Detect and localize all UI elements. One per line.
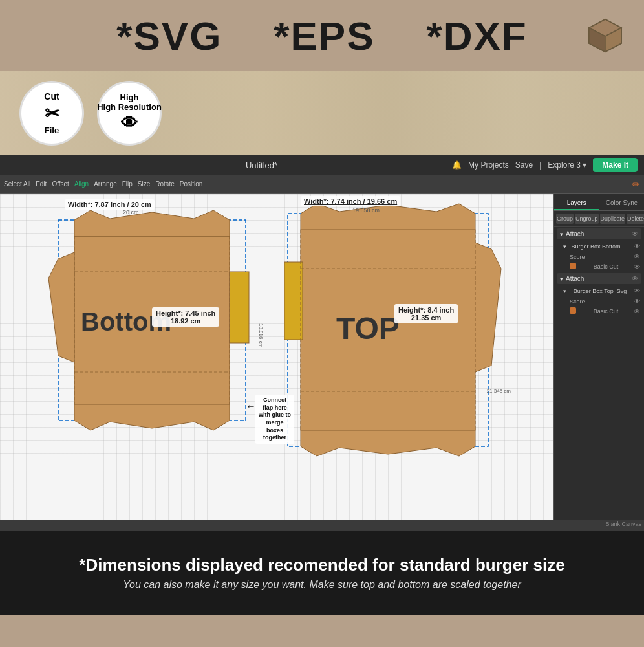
cut-label-top: Cut [44, 91, 59, 102]
cut-file-badge: Cut ✂ File [19, 81, 84, 146]
bottom-box-container: Width*: 7.87 inch / 20 cm 20 cm Bottom H… [39, 207, 265, 453]
attach-1: ▾ Attach 👁 [557, 228, 641, 239]
score-1-label: Score [570, 254, 585, 260]
arrange-tool[interactable]: Arrange [94, 181, 117, 188]
save-label[interactable]: Save [515, 160, 533, 170]
position-tool[interactable]: Position [180, 181, 203, 188]
separator: | [539, 160, 541, 170]
visibility-icon-6[interactable]: 👁 [634, 287, 640, 294]
burger-box-top-item: ▾ Burger Box Top .Svg 👁 [554, 285, 644, 296]
canvas-area[interactable]: Width*: 7.87 inch / 20 cm 20 cm Bottom H… [0, 194, 553, 520]
attach-2-label: Attach [566, 275, 584, 282]
my-projects-label[interactable]: My Projects [468, 160, 509, 170]
panel-tabs: Layers Color Sync [554, 197, 644, 211]
chevron-right-icon-2: ▾ [563, 288, 566, 294]
canvas-with-panel: Width*: 7.87 inch / 20 cm 20 cm Bottom H… [0, 194, 644, 520]
eye-icon: 👁 [121, 113, 138, 133]
top-box-container: Width*: 7.74 inch / 19.66 cm 19.658 cm T… [281, 197, 514, 463]
color-dot-2 [570, 307, 578, 315]
burger-box-top-label: Burger Box Top .Svg [574, 288, 627, 294]
layers-tab[interactable]: Layers [554, 197, 599, 210]
explore-label[interactable]: Explore 3 ▾ [548, 160, 586, 170]
bottom-banner: *Dimensions displayed recomended for sta… [0, 531, 644, 615]
group-btn[interactable]: Group [556, 214, 574, 224]
color-sync-tab[interactable]: Color Sync [599, 197, 645, 210]
offset-tool[interactable]: Offset [52, 181, 69, 188]
bottom-height-label: Height*: 7.45 inch 18.92 cm [152, 307, 219, 327]
svg-rect-13 [284, 262, 303, 340]
chevron-down-icon-2: ▾ [560, 276, 563, 282]
high-resolution-badge: High High Resolution 👁 [97, 81, 162, 146]
score-1-item: Score 👁 [554, 252, 644, 261]
visibility-icon-3[interactable]: 👁 [634, 253, 640, 260]
visibility-icon-7[interactable]: 👁 [634, 298, 640, 305]
basic-cut-1-label: Basic Cut [594, 263, 619, 270]
cut-label-bottom: File [45, 126, 59, 135]
edit-tool[interactable]: Edit [36, 181, 47, 188]
burger-box-bottom-item: ▾ Burger Box Bottom -... 👁 [554, 241, 644, 252]
attach-1-label: Attach [566, 230, 584, 237]
attach-2: ▾ Attach 👁 [557, 273, 641, 284]
basic-cut-1-item: Basic Cut 👁 [554, 261, 644, 272]
bell-icon: 🔔 [452, 160, 462, 170]
size-tool[interactable]: Size [138, 181, 150, 188]
banner-sub-text: You can also make it any size you want. … [123, 579, 521, 591]
banner-main-text: *Dimensions displayed recomended for sta… [79, 555, 564, 575]
chevron-right-icon: ▾ [563, 243, 566, 250]
high-label: High [120, 93, 139, 102]
resolution-label: High Resolution [97, 102, 162, 112]
color-dot-1 [570, 263, 578, 270]
visibility-icon-1[interactable]: 👁 [632, 230, 638, 237]
visibility-icon-2[interactable]: 👁 [634, 243, 640, 250]
right-panel: Layers Color Sync Group Ungroup Duplicat… [553, 194, 644, 520]
make-it-button[interactable]: Make It [593, 158, 638, 172]
dxf-title: *DXF [427, 13, 528, 59]
bottom-width-cm: 20 cm [123, 209, 139, 215]
visibility-icon-5[interactable]: 👁 [632, 275, 638, 282]
pen-icon: ✏ [632, 179, 640, 190]
header-titles: *SVG *EPS *DXF [13, 13, 631, 59]
connect-label: ← Connect flap here with glue to merge b… [255, 395, 294, 444]
visibility-icon-8[interactable]: 👁 [634, 308, 640, 315]
flip-tool[interactable]: Flip [122, 181, 133, 188]
box-3d-icon [586, 16, 625, 55]
burger-box-bottom-label: Burger Box Bottom -... [571, 243, 628, 250]
top-width-label: Width*: 7.74 inch / 19.66 cm [301, 196, 400, 206]
topbar-right: 🔔 My Projects Save | Explore 3 ▾ Make It [452, 158, 638, 172]
select-all-tool[interactable]: Select All [4, 181, 30, 188]
header: *SVG *EPS *DXF [0, 0, 644, 71]
top-width-cm: 19.658 cm [352, 207, 380, 214]
svg-title: *SVG [116, 13, 222, 59]
bottom-width-label: Width*: 7.87 inch / 20 cm [65, 199, 155, 210]
top-height-cm2: 21.345 cm [487, 388, 511, 394]
basic-cut-2-item: Basic Cut 👁 [554, 306, 644, 316]
badges-section: Cut ✂ File High High Resolution 👁 [0, 71, 644, 155]
ungroup-btn[interactable]: Ungroup [575, 214, 599, 224]
rotate-tool[interactable]: Rotate [155, 181, 174, 188]
score-2-item: Score 👁 [554, 296, 644, 306]
top-height-label: Height*: 8.4 inch 21.35 cm [394, 304, 458, 324]
app-title: Untitled* [246, 160, 277, 170]
scissors-icon: ✂ [45, 103, 59, 124]
score-2-label: Score [570, 298, 585, 305]
top-label: TOP [336, 311, 400, 346]
delete-btn[interactable]: Delete [627, 214, 644, 224]
chevron-down-icon-1: ▾ [560, 231, 563, 237]
align-tool[interactable]: Align [74, 181, 89, 188]
basic-cut-2-label: Basic Cut [594, 308, 619, 314]
duplicate-btn[interactable]: Duplicate [600, 214, 626, 224]
app-toolbar: Select All Edit Offset Align Arrange Fli… [0, 175, 644, 194]
svg-rect-6 [230, 272, 249, 343]
bottom-height-small: 18.916 cm [258, 324, 264, 347]
app-area: Untitled* 🔔 My Projects Save | Explore 3… [0, 155, 644, 531]
eps-title: *EPS [274, 13, 374, 59]
visibility-icon-4[interactable]: 👁 [634, 263, 640, 270]
app-topbar: Untitled* 🔔 My Projects Save | Explore 3… [0, 155, 644, 175]
panel-actions: Group Ungroup Duplicate Delete [554, 211, 644, 227]
